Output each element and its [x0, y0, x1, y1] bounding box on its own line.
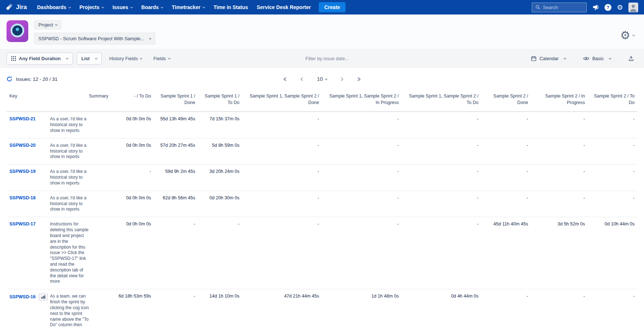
page-size-value: 10: [317, 76, 323, 82]
jira-logo[interactable]: Jira: [6, 4, 27, 11]
duration-cell: 47d 21h 44m 45s: [242, 289, 322, 328]
fields-button[interactable]: Fields: [150, 53, 174, 64]
gear-icon: ⚙: [620, 30, 630, 41]
table-row: SSPWSD-16 As a team, we can finish the s…: [7, 289, 637, 328]
duration-cell: -: [481, 191, 531, 217]
key-cell: SSPWSD-16: [7, 289, 47, 328]
gear-icon: ⚙: [617, 4, 623, 11]
user-avatar[interactable]: [628, 3, 638, 12]
toolbar-left: Any Field Duration List History Fields F…: [7, 53, 174, 65]
chevron-down-icon: [95, 57, 97, 59]
nav-item[interactable]: Dashboards: [33, 0, 75, 14]
duration-cell: -: [481, 138, 531, 164]
chevron-down-icon: [55, 23, 58, 26]
nav-item[interactable]: Boards: [137, 0, 167, 14]
nav-item-label: Issues: [112, 4, 128, 10]
field-duration-selector[interactable]: Any Field Duration: [7, 53, 73, 65]
field-duration-label: Any Field Duration: [19, 56, 61, 61]
create-button[interactable]: Create: [319, 2, 346, 12]
toolbar-center: [174, 56, 527, 61]
issue-key-link[interactable]: SSPWSD-21: [9, 116, 35, 121]
duration-cell: 0d 0h 0m 0s: [111, 191, 154, 217]
scope-selector[interactable]: Project: [34, 20, 62, 29]
key-cell: SSPWSD-21: [7, 112, 47, 138]
view-label: List: [81, 56, 90, 61]
column-header: Sample Sprint 1, Sample Sprint 2 / In Pr…: [322, 90, 402, 112]
issues-count-label: Issues: 12 - 20 / 31: [16, 76, 58, 82]
chevron-down-icon: [140, 57, 142, 59]
key-cell: SSPWSD-18: [7, 191, 47, 217]
issue-key-link[interactable]: SSPWSD-16: [9, 294, 35, 299]
project-avatar[interactable]: [7, 20, 28, 42]
key-cell: SSPWSD-19: [7, 165, 47, 191]
duration-cell: 0d 0h 0m 0s: [111, 112, 154, 138]
table-row: SSPWSD-21 As a user, I'd like a historic…: [7, 112, 637, 138]
duration-cell: -: [154, 289, 198, 328]
table-header-row: Key Summary - / To Do Sample Sprint 1 / …: [7, 90, 637, 112]
table-row: SSPWSD-20 As a user, I'd like a historic…: [7, 138, 637, 164]
nav-item[interactable]: Issues: [108, 0, 137, 14]
duration-cell: -: [588, 138, 637, 164]
nav-item-label: Time in Status: [213, 4, 248, 10]
history-fields-button[interactable]: History Fields: [106, 53, 146, 64]
nav-item[interactable]: Projects: [75, 0, 108, 14]
project-selector[interactable]: SSPWSD - Scrum Software Project With Sam…: [34, 33, 155, 45]
navbar-right: ? ⚙: [532, 3, 638, 12]
report-toolbar: Any Field Duration List History Fields F…: [0, 49, 644, 68]
duration-cell: -: [402, 217, 481, 289]
column-header: - / To Do: [111, 90, 154, 112]
duration-cell: -: [531, 191, 588, 217]
nav-item[interactable]: Service Desk Reporter: [252, 0, 315, 14]
search-input[interactable]: [543, 5, 583, 10]
duration-cell: -: [588, 165, 637, 191]
duration-cell: -: [322, 112, 402, 138]
nav-item-label: Service Desk Reporter: [257, 4, 311, 10]
help-button[interactable]: ?: [605, 4, 611, 11]
view-mode-selector[interactable]: Basic: [580, 53, 615, 64]
duration-cell: 59d 9h 2m 45s: [154, 165, 198, 191]
summary-cell: As a user, I'd like a historical story t…: [47, 191, 111, 217]
issue-date-filter-input[interactable]: [305, 56, 396, 61]
view-selector[interactable]: List: [77, 53, 102, 65]
jira-brand-text: Jira: [16, 4, 27, 11]
duration-cell: 0d 4h 44m 0s: [402, 289, 481, 328]
calendar-selector[interactable]: Calendar: [527, 53, 569, 64]
summary-cell: As a user, I'd like a historical story t…: [47, 138, 111, 164]
duration-cell: -: [588, 112, 637, 138]
chevron-down-icon: [609, 57, 611, 59]
announcements-button[interactable]: [592, 4, 599, 11]
duration-cell: -: [588, 191, 637, 217]
column-header: Sample Sprint 1, Sample Sprint 2 / To Do: [402, 90, 481, 112]
refresh-button[interactable]: [7, 76, 12, 82]
megaphone-icon: [592, 4, 599, 11]
grid-icon: [11, 56, 16, 61]
issue-key-link[interactable]: SSPWSD-20: [9, 143, 35, 148]
issue-key-link[interactable]: SSPWSD-17: [9, 221, 35, 227]
duration-cell: 0d 20h 30m 0s: [198, 191, 242, 217]
chevron-down-icon: [130, 5, 133, 8]
first-page-button[interactable]: [283, 77, 288, 81]
page-size-selector[interactable]: 10: [317, 76, 327, 82]
last-page-button[interactable]: [356, 77, 361, 81]
jira-logo-icon: [6, 4, 13, 11]
duration-cell: -: [531, 165, 588, 191]
duration-cell: -: [322, 138, 402, 164]
nav-item-label: Timetracker: [172, 4, 200, 10]
chart-button[interactable]: [39, 294, 48, 300]
issue-key-link[interactable]: SSPWSD-18: [9, 195, 35, 200]
export-button[interactable]: [625, 53, 637, 65]
duration-cell: 6d 18h 53m 59s: [111, 289, 154, 328]
duration-cell: 1d 1h 48m 0s: [322, 289, 402, 328]
report-settings-button[interactable]: ⚙: [620, 30, 635, 41]
key-cell: SSPWSD-17: [7, 217, 47, 289]
column-header: Sample Sprint 1, Sample Sprint 2 / Done: [242, 90, 322, 112]
primary-nav: Dashboards Projects Issues Boards Timetr…: [33, 0, 315, 14]
previous-page-button[interactable]: [301, 77, 305, 81]
chevron-down-icon: [101, 5, 104, 8]
nav-item[interactable]: Time in Status: [209, 0, 252, 14]
issue-key-link[interactable]: SSPWSD-19: [9, 169, 35, 174]
settings-button[interactable]: ⚙: [617, 4, 623, 11]
nav-item[interactable]: Timetracker: [167, 0, 209, 14]
duration-cell: -: [322, 217, 402, 289]
next-page-button[interactable]: [339, 77, 343, 81]
